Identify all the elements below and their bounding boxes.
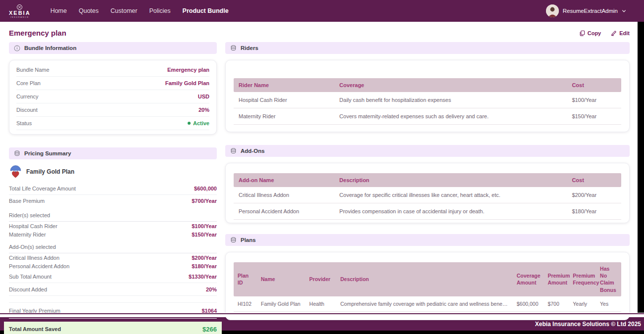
column-header: Coverage Amount [513, 262, 544, 296]
footer-divider [0, 313, 644, 317]
column-header: Description [335, 173, 567, 187]
column-header: Coverage [335, 78, 567, 92]
addons-card: Add-on NameDescriptionCost Critical Illn… [225, 163, 630, 223]
plans-card: Plan IDNameProviderDescriptionCoverage A… [225, 252, 630, 320]
column-header: Rider Name [234, 78, 335, 92]
edit-button[interactable]: Edit [611, 30, 630, 36]
riders-title: Riders [241, 45, 258, 51]
pricing-summary-title: Pricing Summary [24, 150, 71, 156]
pricing-row: Total Amount Saved$266 [4, 322, 222, 334]
column-header: Add-on Name [234, 173, 335, 187]
pricing-row: Personal Accident Addon$180/Year [9, 262, 217, 270]
column-header: Premium Frequency [569, 262, 596, 296]
pricing-label: Personal Accident Addon [9, 263, 69, 269]
pricing-value: $100/Year [192, 223, 217, 229]
pricing-label: Total Amount Saved [9, 326, 61, 332]
column-header: Has No Claim Bonus [596, 262, 621, 296]
pricing-row [9, 296, 217, 303]
pricing-row: Base Premium$700/Year [9, 195, 217, 207]
pricing-label: Rider(s) selected [9, 212, 50, 218]
brand-logo[interactable]: XEBIA INSURANCE [9, 3, 31, 18]
column-header: Provider [305, 262, 337, 296]
pricing-value: 20% [206, 286, 217, 292]
field-label: Bundle Name [16, 67, 50, 73]
table-cell: Family Gold Plan [257, 296, 305, 312]
pricing-value: $150/Year [192, 232, 217, 238]
column-header: Description [336, 262, 512, 296]
user-menu[interactable]: ResumeExtractAdmin [546, 4, 626, 17]
pricing-label: Hospital Cash Rider [9, 223, 57, 229]
field-value: USD [198, 94, 209, 99]
addons-header: Add-Ons [225, 145, 630, 157]
field-value: Emergency plan [167, 67, 209, 73]
pricing-row: Hospital Cash Rider$100/Year [9, 222, 217, 230]
pricing-row: Rider(s) selected [9, 207, 217, 222]
field-label: Discount [16, 107, 38, 113]
pricing-value: $600,000 [194, 186, 217, 191]
pricing-row: Total Life Coverage Amount$600,000 [9, 182, 217, 195]
nav-item-quotes[interactable]: Quotes [79, 7, 99, 14]
pricing-summary-header: Pricing Summary [9, 147, 217, 159]
field-label: Currency [16, 94, 39, 99]
addons-title: Add-Ons [241, 148, 265, 154]
addons-table: Add-on NameDescriptionCost Critical Illn… [234, 173, 621, 220]
table-cell: Comprehensive family coverage with pedia… [336, 296, 512, 312]
copy-icon [579, 30, 585, 36]
bundle-info-row: StatusActive [16, 117, 209, 130]
pricing-label: Total Life Coverage Amount [9, 186, 76, 191]
field-value: Family Gold Plan [165, 80, 209, 86]
bundle-info-card: Bundle NameEmergency planCore PlanFamily… [9, 60, 217, 135]
bundle-info-header: Bundle Information [9, 42, 217, 54]
bundle-info-fields: Bundle NameEmergency planCore PlanFamily… [16, 63, 209, 130]
bundle-info-title: Bundle Information [24, 45, 76, 51]
user-name: ResumeExtractAdmin [563, 8, 618, 14]
table-cell: Provides compensation in case of acciden… [335, 203, 567, 220]
edit-label: Edit [619, 30, 630, 36]
column-header: Plan ID [234, 262, 257, 296]
field-value: 20% [198, 107, 209, 113]
plan-heading: Family Gold Plan [9, 165, 217, 178]
top-nav: XEBIA INSURANCE HomeQuotesCustomerPolici… [0, 0, 644, 22]
table-cell: Personal Accident Addon [234, 203, 335, 220]
field-label: Status [16, 120, 32, 126]
table-cell: Maternity Rider [234, 108, 335, 125]
brand-name: XEBIA [9, 10, 31, 16]
nav-item-customer[interactable]: Customer [110, 7, 137, 14]
table-cell: Critical Illness Addon [234, 187, 335, 203]
pricing-value: $180/Year [192, 263, 217, 269]
nav-item-policies[interactable]: Policies [149, 7, 170, 14]
column-header: Cost [567, 78, 621, 92]
riders-header-row: Rider NameCoverageCost [234, 78, 621, 92]
column-header: Name [257, 262, 305, 296]
plan-name: Family Gold Plan [26, 168, 74, 175]
brand-subtitle: INSURANCE [10, 16, 29, 18]
pricing-rows: Total Life Coverage Amount$600,000Base P… [9, 182, 217, 334]
table-cell: Yearly [569, 296, 596, 312]
window-edge [638, 22, 644, 313]
table-cell: $150/Year [567, 108, 621, 125]
plans-title: Plans [241, 237, 256, 243]
coins-icon [14, 150, 20, 157]
umbrella-heart-icon [9, 165, 22, 178]
table-row: Personal Accident AddonProvides compensa… [234, 203, 621, 220]
copy-button[interactable]: Copy [579, 30, 601, 36]
plans-header-row: Plan IDNameProviderDescriptionCoverage A… [234, 262, 621, 296]
main-area: Emergency plan Copy Edit Bund [0, 22, 644, 313]
nav-item-product-bundle[interactable]: Product Bundle [183, 7, 229, 14]
page-title: Emergency plan [9, 29, 66, 37]
pricing-value: $1330/Year [189, 274, 217, 280]
riders-table: Rider NameCoverageCost Hospital Cash Rid… [234, 78, 621, 125]
column-header: Cost [567, 173, 621, 187]
addons-header-row: Add-on NameDescriptionCost [234, 173, 621, 187]
bundle-info-row: Core PlanFamily Gold Plan [16, 77, 209, 90]
pricing-value: $700/Year [192, 198, 217, 204]
table-cell: Covers maternity-related expenses such a… [335, 108, 567, 125]
pricing-label: Discount Added [9, 286, 47, 292]
table-cell: Yes [596, 296, 621, 312]
riders-card: Rider NameCoverageCost Hospital Cash Rid… [225, 60, 630, 132]
nav-item-home[interactable]: Home [50, 7, 67, 14]
pricing-label: Sub Total Amount [9, 274, 51, 280]
table-cell: $200/Year [567, 187, 621, 203]
table-row: Critical Illness AddonCoverage for speci… [234, 187, 621, 203]
pricing-row: Add-On(s) selected [9, 239, 217, 253]
